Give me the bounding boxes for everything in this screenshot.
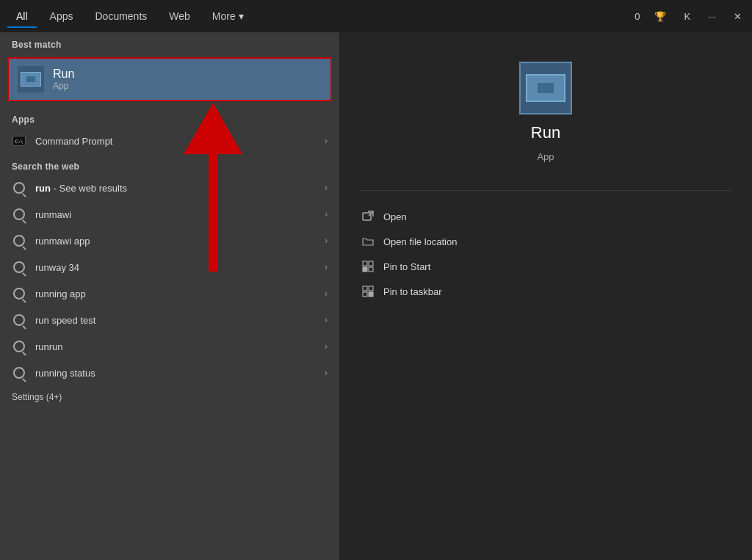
user-avatar[interactable]: K: [681, 8, 693, 25]
search-icon-runmawi: [12, 207, 26, 222]
web-result-run-speed-test[interactable]: run speed test ›: [0, 307, 339, 333]
chevron-running-app: ›: [325, 288, 328, 299]
app-preview: Run App: [339, 32, 752, 184]
chevron-runrun: ›: [325, 341, 328, 352]
web-item-run-text: run - See web results: [35, 183, 316, 194]
settings-label: Settings (4+): [0, 386, 339, 408]
svg-rect-7: [363, 292, 367, 297]
action-open-file-location[interactable]: Open file location: [354, 229, 737, 254]
command-prompt-icon: C:\: [12, 134, 26, 148]
more-options-icon[interactable]: ···: [705, 8, 719, 25]
apps-section-label: Apps: [0, 107, 339, 128]
svg-rect-4: [369, 267, 373, 272]
chevron-runmawi: ›: [325, 209, 328, 219]
action-pin-to-start-label: Pin to Start: [383, 261, 430, 272]
web-result-running-status[interactable]: running status ›: [0, 360, 339, 386]
svg-rect-2: [369, 261, 373, 266]
search-web-label: Search the web: [0, 154, 339, 175]
web-result-running-app[interactable]: running app ›: [0, 280, 339, 307]
best-match-item[interactable]: Run App: [7, 57, 332, 101]
search-icon-runway-34: [12, 260, 26, 274]
action-open-file-location-label: Open file location: [383, 236, 457, 247]
chevron-run: ›: [325, 183, 328, 193]
run-icon-graphic: [21, 72, 41, 87]
command-prompt-chevron: ›: [325, 136, 328, 146]
chevron-run-speed-test: ›: [325, 315, 328, 325]
app-type-large: App: [537, 151, 554, 162]
run-app-icon-small: [18, 66, 44, 92]
command-prompt-item[interactable]: C:\ Command Prompt ›: [0, 128, 339, 154]
count-badge: 0: [634, 11, 640, 22]
tab-all[interactable]: All: [7, 6, 37, 26]
search-icon-runrun: [12, 339, 26, 354]
best-match-label: Best match: [0, 32, 339, 53]
trophy-icon[interactable]: 🏆: [651, 8, 669, 25]
web-item-running-status-text: running status: [35, 368, 316, 379]
web-item-runway-34-text: runway 34: [35, 262, 316, 273]
run-icon-large-graphic: [526, 74, 565, 102]
left-panel: Best match Run App Apps C:\ Command Prom…: [0, 32, 339, 560]
action-pin-to-taskbar-label: Pin to taskbar: [383, 286, 442, 297]
search-icon-running-app: [12, 286, 26, 301]
web-item-run-speed-test-text: run speed test: [35, 315, 316, 326]
chevron-runmawi-app: ›: [325, 236, 328, 246]
web-result-runway-34[interactable]: runway 34 ›: [0, 254, 339, 280]
search-icon-runmawi-app: [12, 233, 26, 248]
action-pin-to-start[interactable]: Pin to Start: [354, 254, 737, 279]
tab-documents[interactable]: Documents: [86, 6, 156, 26]
search-icon-running-status: [12, 366, 26, 380]
best-match-app-name: Run: [53, 68, 74, 81]
folder-icon: [361, 235, 375, 248]
web-item-runmawi-app-text: runmawi app: [35, 236, 316, 247]
divider: [360, 190, 731, 191]
svg-rect-5: [363, 286, 367, 291]
web-result-run[interactable]: run - See web results ›: [0, 175, 339, 201]
web-result-runmawi[interactable]: runmawi ›: [0, 201, 339, 228]
action-pin-to-taskbar[interactable]: Pin to taskbar: [354, 279, 737, 304]
web-item-runrun-text: runrun: [35, 341, 316, 352]
command-prompt-label: Command Prompt: [35, 136, 316, 147]
svg-rect-3: [363, 267, 367, 272]
action-list: Open Open file location: [339, 197, 752, 311]
web-result-runrun[interactable]: runrun ›: [0, 333, 339, 360]
web-item-runmawi-text: runmawi: [35, 209, 316, 220]
action-open[interactable]: Open: [354, 204, 737, 229]
tab-apps[interactable]: Apps: [41, 6, 82, 26]
action-open-label: Open: [383, 211, 407, 222]
pin-start-icon: [361, 260, 375, 273]
chevron-runway-34: ›: [325, 262, 328, 272]
right-panel: Run App Open: [339, 32, 752, 560]
pin-taskbar-icon: [361, 285, 375, 298]
best-match-text: Run App: [53, 68, 74, 91]
app-name-large: Run: [531, 123, 560, 142]
top-bar: All Apps Documents Web More ▾ 0 🏆 K ··· …: [0, 0, 752, 32]
web-result-runmawi-app[interactable]: runmawi app ›: [0, 228, 339, 254]
tab-web[interactable]: Web: [160, 6, 199, 26]
main-container: Best match Run App Apps C:\ Command Prom…: [0, 32, 752, 560]
close-icon[interactable]: ✕: [731, 8, 745, 25]
svg-rect-6: [369, 286, 373, 291]
search-icon-run-speed-test: [12, 313, 26, 327]
tab-more[interactable]: More ▾: [203, 6, 253, 26]
search-icon-run: [12, 181, 26, 195]
svg-rect-0: [363, 213, 371, 220]
run-app-icon-large: [519, 62, 572, 114]
top-bar-right: 0 🏆 K ··· ✕: [634, 8, 745, 25]
svg-rect-1: [363, 261, 367, 266]
open-icon: [361, 210, 375, 223]
chevron-running-status: ›: [325, 368, 328, 378]
best-match-app-type: App: [53, 81, 74, 91]
svg-rect-8: [369, 292, 373, 297]
web-item-running-app-text: running app: [35, 288, 316, 299]
